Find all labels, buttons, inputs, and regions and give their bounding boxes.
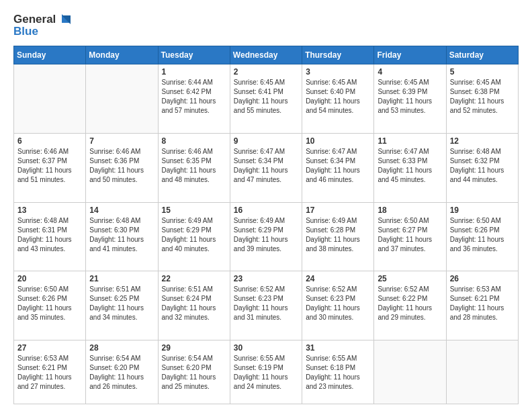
- calendar-cell: 15Sunrise: 6:49 AM Sunset: 6:29 PM Dayli…: [158, 202, 230, 271]
- day-info: Sunrise: 6:54 AM Sunset: 6:20 PM Dayligh…: [162, 354, 226, 392]
- day-info: Sunrise: 6:45 AM Sunset: 6:40 PM Dayligh…: [306, 78, 370, 116]
- day-number: 10: [306, 136, 370, 146]
- calendar-week-2: 6Sunrise: 6:46 AM Sunset: 6:37 PM Daylig…: [14, 133, 519, 202]
- calendar-cell: 17Sunrise: 6:49 AM Sunset: 6:28 PM Dayli…: [302, 202, 374, 271]
- svg-text:General: General: [13, 13, 56, 26]
- day-info: Sunrise: 6:46 AM Sunset: 6:35 PM Dayligh…: [162, 147, 226, 185]
- calendar-cell: 12Sunrise: 6:48 AM Sunset: 6:32 PM Dayli…: [446, 133, 518, 202]
- day-info: Sunrise: 6:55 AM Sunset: 6:18 PM Dayligh…: [306, 354, 370, 392]
- day-info: Sunrise: 6:53 AM Sunset: 6:21 PM Dayligh…: [450, 285, 515, 322]
- day-info: Sunrise: 6:53 AM Sunset: 6:21 PM Dayligh…: [17, 354, 82, 392]
- day-info: Sunrise: 6:54 AM Sunset: 6:20 PM Dayligh…: [89, 354, 154, 392]
- weekday-thursday: Thursday: [302, 46, 374, 64]
- calendar-cell: 16Sunrise: 6:49 AM Sunset: 6:29 PM Dayli…: [230, 202, 302, 271]
- calendar-cell: 29Sunrise: 6:54 AM Sunset: 6:20 PM Dayli…: [158, 340, 230, 404]
- day-number: 16: [234, 205, 298, 215]
- calendar-cell: 25Sunrise: 6:52 AM Sunset: 6:22 PM Dayli…: [374, 271, 446, 340]
- calendar-week-1: 1Sunrise: 6:44 AM Sunset: 6:42 PM Daylig…: [14, 64, 519, 134]
- day-number: 27: [17, 343, 82, 353]
- page-header: GeneralBlue: [13, 11, 519, 39]
- calendar-cell: 23Sunrise: 6:52 AM Sunset: 6:23 PM Dayli…: [230, 271, 302, 340]
- day-info: Sunrise: 6:46 AM Sunset: 6:37 PM Dayligh…: [17, 147, 82, 185]
- day-number: 18: [378, 205, 442, 215]
- day-number: 7: [89, 136, 154, 146]
- calendar-cell: 30Sunrise: 6:55 AM Sunset: 6:19 PM Dayli…: [230, 340, 302, 404]
- day-info: Sunrise: 6:46 AM Sunset: 6:36 PM Dayligh…: [89, 147, 154, 185]
- day-info: Sunrise: 6:45 AM Sunset: 6:38 PM Dayligh…: [450, 78, 515, 116]
- calendar-cell: [374, 340, 446, 404]
- calendar-cell: 21Sunrise: 6:51 AM Sunset: 6:25 PM Dayli…: [86, 271, 158, 340]
- day-number: 8: [162, 136, 226, 146]
- day-number: 2: [234, 67, 298, 77]
- day-info: Sunrise: 6:52 AM Sunset: 6:23 PM Dayligh…: [306, 285, 370, 322]
- day-info: Sunrise: 6:48 AM Sunset: 6:30 PM Dayligh…: [89, 216, 154, 254]
- calendar-week-5: 27Sunrise: 6:53 AM Sunset: 6:21 PM Dayli…: [14, 340, 519, 404]
- calendar-cell: 3Sunrise: 6:45 AM Sunset: 6:40 PM Daylig…: [302, 64, 374, 134]
- day-number: 9: [234, 136, 298, 146]
- calendar-body: 1Sunrise: 6:44 AM Sunset: 6:42 PM Daylig…: [14, 64, 519, 404]
- day-info: Sunrise: 6:52 AM Sunset: 6:22 PM Dayligh…: [378, 285, 442, 322]
- day-number: 6: [17, 136, 82, 146]
- calendar-week-4: 20Sunrise: 6:50 AM Sunset: 6:26 PM Dayli…: [14, 271, 519, 340]
- calendar-cell: [14, 64, 86, 134]
- day-info: Sunrise: 6:48 AM Sunset: 6:32 PM Dayligh…: [450, 147, 515, 185]
- day-number: 28: [89, 343, 154, 353]
- calendar-cell: 14Sunrise: 6:48 AM Sunset: 6:30 PM Dayli…: [86, 202, 158, 271]
- day-info: Sunrise: 6:55 AM Sunset: 6:19 PM Dayligh…: [234, 354, 298, 392]
- calendar-cell: 20Sunrise: 6:50 AM Sunset: 6:26 PM Dayli…: [14, 271, 86, 340]
- day-number: 30: [234, 343, 298, 353]
- day-number: 25: [378, 274, 442, 283]
- calendar-cell: 1Sunrise: 6:44 AM Sunset: 6:42 PM Daylig…: [158, 64, 230, 134]
- day-number: 1: [162, 67, 226, 77]
- day-number: 12: [450, 136, 515, 146]
- calendar-cell: 22Sunrise: 6:51 AM Sunset: 6:24 PM Dayli…: [158, 271, 230, 340]
- day-number: 26: [450, 274, 515, 283]
- day-number: 24: [306, 274, 370, 283]
- calendar-cell: 4Sunrise: 6:45 AM Sunset: 6:39 PM Daylig…: [374, 64, 446, 134]
- weekday-saturday: Saturday: [446, 46, 518, 64]
- svg-text:Blue: Blue: [13, 25, 38, 38]
- day-info: Sunrise: 6:51 AM Sunset: 6:25 PM Dayligh…: [89, 285, 154, 322]
- calendar-cell: 5Sunrise: 6:45 AM Sunset: 6:38 PM Daylig…: [446, 64, 518, 134]
- logo: GeneralBlue: [13, 11, 74, 39]
- calendar-cell: 19Sunrise: 6:50 AM Sunset: 6:26 PM Dayli…: [446, 202, 518, 271]
- logo-svg: GeneralBlue: [13, 11, 74, 39]
- calendar-table: SundayMondayTuesdayWednesdayThursdayFrid…: [13, 46, 519, 404]
- weekday-sunday: Sunday: [14, 46, 86, 64]
- day-info: Sunrise: 6:45 AM Sunset: 6:39 PM Dayligh…: [378, 78, 442, 116]
- calendar-cell: 2Sunrise: 6:45 AM Sunset: 6:41 PM Daylig…: [230, 64, 302, 134]
- calendar-cell: [446, 340, 518, 404]
- calendar-cell: 8Sunrise: 6:46 AM Sunset: 6:35 PM Daylig…: [158, 133, 230, 202]
- day-info: Sunrise: 6:49 AM Sunset: 6:29 PM Dayligh…: [162, 216, 226, 254]
- day-number: 20: [17, 274, 82, 283]
- calendar-cell: 6Sunrise: 6:46 AM Sunset: 6:37 PM Daylig…: [14, 133, 86, 202]
- day-info: Sunrise: 6:47 AM Sunset: 6:33 PM Dayligh…: [378, 147, 442, 185]
- calendar-cell: 13Sunrise: 6:48 AM Sunset: 6:31 PM Dayli…: [14, 202, 86, 271]
- day-number: 23: [234, 274, 298, 283]
- calendar-cell: 28Sunrise: 6:54 AM Sunset: 6:20 PM Dayli…: [86, 340, 158, 404]
- weekday-monday: Monday: [86, 46, 158, 64]
- day-info: Sunrise: 6:51 AM Sunset: 6:24 PM Dayligh…: [162, 285, 226, 322]
- day-number: 5: [450, 67, 515, 77]
- weekday-friday: Friday: [374, 46, 446, 64]
- day-info: Sunrise: 6:45 AM Sunset: 6:41 PM Dayligh…: [234, 78, 298, 116]
- day-number: 3: [306, 67, 370, 77]
- day-info: Sunrise: 6:49 AM Sunset: 6:28 PM Dayligh…: [306, 216, 370, 254]
- calendar-cell: 9Sunrise: 6:47 AM Sunset: 6:34 PM Daylig…: [230, 133, 302, 202]
- calendar-cell: 26Sunrise: 6:53 AM Sunset: 6:21 PM Dayli…: [446, 271, 518, 340]
- day-info: Sunrise: 6:52 AM Sunset: 6:23 PM Dayligh…: [234, 285, 298, 322]
- day-info: Sunrise: 6:47 AM Sunset: 6:34 PM Dayligh…: [234, 147, 298, 185]
- day-number: 29: [162, 343, 226, 353]
- day-number: 13: [17, 205, 82, 215]
- day-info: Sunrise: 6:47 AM Sunset: 6:34 PM Dayligh…: [306, 147, 370, 185]
- day-number: 17: [306, 205, 370, 215]
- calendar-cell: 24Sunrise: 6:52 AM Sunset: 6:23 PM Dayli…: [302, 271, 374, 340]
- calendar-cell: [86, 64, 158, 134]
- calendar-cell: 27Sunrise: 6:53 AM Sunset: 6:21 PM Dayli…: [14, 340, 86, 404]
- day-number: 11: [378, 136, 442, 146]
- weekday-wednesday: Wednesday: [230, 46, 302, 64]
- day-info: Sunrise: 6:49 AM Sunset: 6:29 PM Dayligh…: [234, 216, 298, 254]
- day-info: Sunrise: 6:44 AM Sunset: 6:42 PM Dayligh…: [162, 78, 226, 116]
- weekday-tuesday: Tuesday: [158, 46, 230, 64]
- day-info: Sunrise: 6:50 AM Sunset: 6:26 PM Dayligh…: [450, 216, 515, 254]
